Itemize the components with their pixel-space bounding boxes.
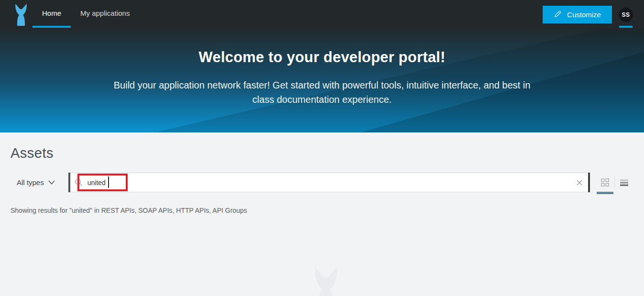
tab-my-applications[interactable]: My applications xyxy=(71,0,139,29)
view-toggles xyxy=(596,173,633,192)
search-box xyxy=(70,173,588,192)
grid-view-active-underline xyxy=(597,192,613,194)
hero-title: Welcome to your developer portal! xyxy=(0,29,644,66)
mule-logo-icon xyxy=(11,4,32,26)
hero-subtitle: Build your application network faster! G… xyxy=(112,78,533,107)
assets-section: Assets All types xyxy=(0,145,644,214)
pencil-icon xyxy=(554,10,562,20)
list-view-toggle[interactable] xyxy=(615,173,633,192)
list-view-icon xyxy=(620,179,629,186)
mule-watermark-logo xyxy=(306,267,346,296)
navbar-tabs: Home My applications xyxy=(33,0,139,29)
tab-my-applications-label: My applications xyxy=(80,9,130,17)
asset-type-filter-label: All types xyxy=(17,178,44,186)
search-input[interactable] xyxy=(87,179,576,186)
user-menu[interactable]: SS xyxy=(619,0,633,29)
avatar[interactable]: SS xyxy=(619,8,633,22)
clear-search-icon[interactable] xyxy=(576,179,583,186)
search-row: All types xyxy=(11,173,633,192)
hero-content: Welcome to your developer portal! Build … xyxy=(0,29,644,107)
results-summary: Showing results for "united" in REST API… xyxy=(11,207,644,214)
grid-view-icon xyxy=(601,178,609,186)
mule-logo[interactable] xyxy=(11,3,32,26)
active-tab-underline xyxy=(33,26,71,28)
search-icon xyxy=(75,178,83,186)
customize-button-label: Customize xyxy=(567,11,601,19)
avatar-active-underline xyxy=(619,26,633,28)
avatar-initials: SS xyxy=(622,11,630,18)
hero-banner: Welcome to your developer portal! Build … xyxy=(0,29,644,132)
chevron-down-icon xyxy=(48,180,55,185)
developer-portal-page: Home My applications Customize SS xyxy=(0,0,644,214)
tab-home[interactable]: Home xyxy=(33,0,71,29)
top-navbar: Home My applications Customize SS xyxy=(0,0,644,29)
assets-heading: Assets xyxy=(11,145,644,161)
asset-type-filter[interactable]: All types xyxy=(11,173,55,192)
customize-button[interactable]: Customize xyxy=(543,6,612,23)
tab-home-label: Home xyxy=(42,9,61,17)
search-right-accent-bar xyxy=(588,173,590,192)
grid-view-toggle[interactable] xyxy=(596,173,614,192)
navbar-right: Customize SS xyxy=(543,0,633,29)
